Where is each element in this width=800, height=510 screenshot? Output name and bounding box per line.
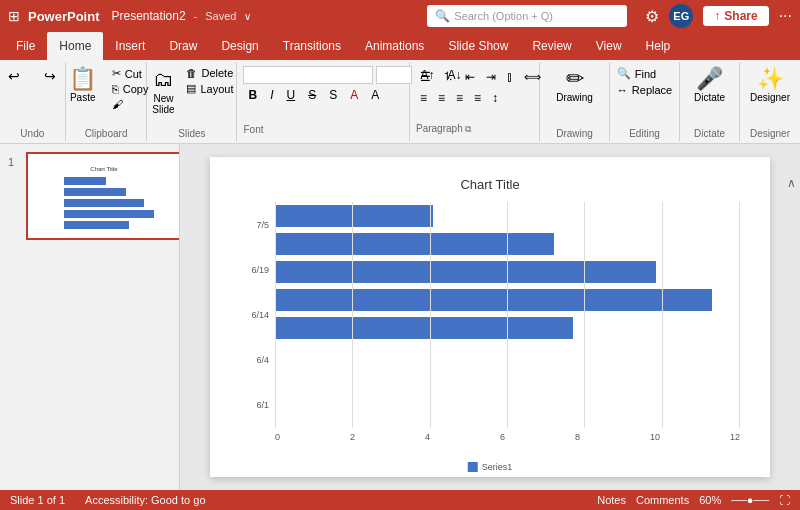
tab-insert[interactable]: Insert bbox=[103, 32, 157, 60]
bar-1[interactable] bbox=[275, 233, 554, 255]
bar-0[interactable] bbox=[275, 205, 433, 227]
find-button[interactable]: 🔍 Find bbox=[614, 66, 675, 81]
strikethrough-button[interactable]: S bbox=[303, 86, 321, 104]
comments-button[interactable]: Comments bbox=[636, 494, 689, 506]
share-button[interactable]: ↑ Share bbox=[703, 6, 768, 26]
x-label-4: 8 bbox=[575, 432, 580, 442]
search-box[interactable]: 🔍 Search (Option + Q) bbox=[427, 5, 627, 27]
bar-3[interactable] bbox=[275, 289, 712, 311]
user-avatar[interactable]: EG bbox=[669, 4, 693, 28]
tab-review[interactable]: Review bbox=[520, 32, 583, 60]
tab-animations[interactable]: Animations bbox=[353, 32, 436, 60]
ribbon-tabs: File Home Insert Draw Design Transitions… bbox=[0, 32, 800, 60]
x-label-5: 10 bbox=[650, 432, 660, 442]
fit-to-window-button[interactable]: ⛶ bbox=[779, 494, 790, 506]
copy-button[interactable]: ⎘ Copy bbox=[109, 82, 152, 96]
increase-indent-button[interactable]: ⇥ bbox=[482, 68, 500, 86]
tab-transitions[interactable]: Transitions bbox=[271, 32, 353, 60]
apps-grid-icon[interactable]: ⊞ bbox=[8, 8, 20, 24]
tab-slideshow[interactable]: Slide Show bbox=[436, 32, 520, 60]
tab-home[interactable]: Home bbox=[47, 32, 103, 60]
status-bar-right: Notes Comments 60% ──●── ⛶ bbox=[597, 494, 790, 506]
delete-slide-button[interactable]: 🗑 Delete bbox=[183, 66, 236, 80]
x-label-6: 12 bbox=[730, 432, 740, 442]
new-slide-icon: 🗂 bbox=[153, 68, 173, 91]
paste-icon: 📋 bbox=[69, 68, 96, 90]
svg-rect-4 bbox=[64, 210, 154, 218]
new-slide-label: NewSlide bbox=[152, 93, 174, 115]
designer-button[interactable]: ✨ Designer bbox=[746, 66, 794, 105]
zoom-slider[interactable]: ──●── bbox=[731, 494, 769, 506]
editing-group-label: Editing bbox=[629, 128, 660, 141]
font-color-button[interactable]: A bbox=[345, 86, 363, 104]
redo-icon: ↪ bbox=[44, 68, 56, 84]
line-spacing-button[interactable]: ↕ bbox=[488, 89, 502, 107]
x-label-0: 0 bbox=[275, 432, 280, 442]
drawing-icon: ✏ bbox=[566, 68, 584, 90]
tab-draw[interactable]: Draw bbox=[157, 32, 209, 60]
paste-button[interactable]: 📋 Paste bbox=[61, 66, 105, 105]
font-name-input[interactable] bbox=[243, 66, 373, 84]
svg-rect-5 bbox=[64, 221, 129, 229]
font-size-input[interactable] bbox=[376, 66, 412, 84]
bullets-button[interactable]: ☰ bbox=[416, 68, 435, 86]
chart-container: Chart Title 7/5 6/19 6/14 6/4 6/1 bbox=[210, 157, 770, 477]
chart-main: 7/5 6/19 6/14 6/4 6/1 bbox=[240, 202, 740, 428]
format-painter-button[interactable]: 🖌 bbox=[109, 97, 152, 111]
italic-button[interactable]: I bbox=[265, 86, 278, 104]
font-row-1: A↑ A↓ bbox=[243, 66, 403, 84]
justify-button[interactable]: ≡ bbox=[470, 89, 485, 107]
slide-number: 1 bbox=[8, 156, 14, 168]
undo-group-label: Undo bbox=[20, 128, 44, 141]
dictate-button[interactable]: 🎤 Dictate bbox=[690, 66, 729, 105]
paragraph-row-1: ☰ ⒈ ⇤ ⇥ ⫿ ⟺ bbox=[416, 66, 533, 87]
svg-rect-3 bbox=[64, 199, 144, 207]
slide-canvas[interactable]: Chart Title 7/5 6/19 6/14 6/4 6/1 bbox=[210, 157, 770, 477]
bar-4[interactable] bbox=[275, 317, 573, 339]
paragraph-expand-icon[interactable]: ⧉ bbox=[465, 124, 471, 134]
designer-group: ✨ Designer Designer bbox=[740, 62, 800, 141]
chart-legend: Series1 bbox=[468, 462, 513, 472]
more-options-icon[interactable]: ··· bbox=[779, 7, 792, 25]
numbering-button[interactable]: ⒈ bbox=[438, 66, 458, 87]
slide-thumbnail[interactable]: Chart Title bbox=[26, 152, 180, 240]
tab-view[interactable]: View bbox=[584, 32, 634, 60]
notes-button[interactable]: Notes bbox=[597, 494, 626, 506]
tab-file[interactable]: File bbox=[4, 32, 47, 60]
tab-design[interactable]: Design bbox=[209, 32, 270, 60]
slide-thumbnail-chart: Chart Title bbox=[44, 161, 164, 231]
search-placeholder: Search (Option + Q) bbox=[454, 10, 553, 22]
new-slide-button[interactable]: 🗂 NewSlide bbox=[147, 66, 179, 117]
bar-row-2 bbox=[275, 258, 740, 286]
cut-label: Cut bbox=[125, 68, 142, 80]
paragraph-group-label: Paragraph ⧉ bbox=[416, 123, 533, 137]
highlight-button[interactable]: A bbox=[366, 86, 384, 104]
shadow-button[interactable]: S bbox=[324, 86, 342, 104]
cut-button[interactable]: ✂ Cut bbox=[109, 66, 152, 81]
columns-button[interactable]: ⫿ bbox=[503, 68, 517, 86]
bold-button[interactable]: B bbox=[243, 86, 262, 104]
font-group: A↑ A↓ B I U S S A A Font bbox=[237, 62, 410, 141]
chart-body: 7/5 6/19 6/14 6/4 6/1 bbox=[240, 202, 740, 442]
y-label-2: 6/14 bbox=[240, 310, 269, 320]
title-dropdown-icon[interactable]: ∨ bbox=[244, 11, 251, 22]
align-center-button[interactable]: ≡ bbox=[434, 89, 449, 107]
underline-button[interactable]: U bbox=[282, 86, 301, 104]
tab-help[interactable]: Help bbox=[634, 32, 683, 60]
status-bar: Slide 1 of 1 Accessibility: Good to go N… bbox=[0, 490, 800, 510]
svg-rect-1 bbox=[64, 177, 106, 185]
paragraph-row-2: ≡ ≡ ≡ ≡ ↕ bbox=[416, 89, 533, 107]
ribbon-collapse-icon[interactable]: ∧ bbox=[787, 176, 796, 190]
slides-small-buttons: 🗑 Delete ▤ Layout bbox=[183, 66, 236, 96]
replace-button[interactable]: ↔ Replace bbox=[614, 83, 675, 97]
undo-button[interactable]: ↩ bbox=[0, 66, 30, 86]
y-label-3: 6/4 bbox=[240, 355, 269, 365]
align-right-button[interactable]: ≡ bbox=[452, 89, 467, 107]
settings-icon[interactable]: ⚙ bbox=[645, 7, 659, 26]
layout-button[interactable]: ▤ Layout bbox=[183, 81, 236, 96]
bar-2[interactable] bbox=[275, 261, 656, 283]
svg-rect-2 bbox=[64, 188, 126, 196]
drawing-button[interactable]: ✏ Drawing bbox=[552, 66, 597, 105]
decrease-indent-button[interactable]: ⇤ bbox=[461, 68, 479, 86]
align-left-button[interactable]: ≡ bbox=[416, 89, 431, 107]
